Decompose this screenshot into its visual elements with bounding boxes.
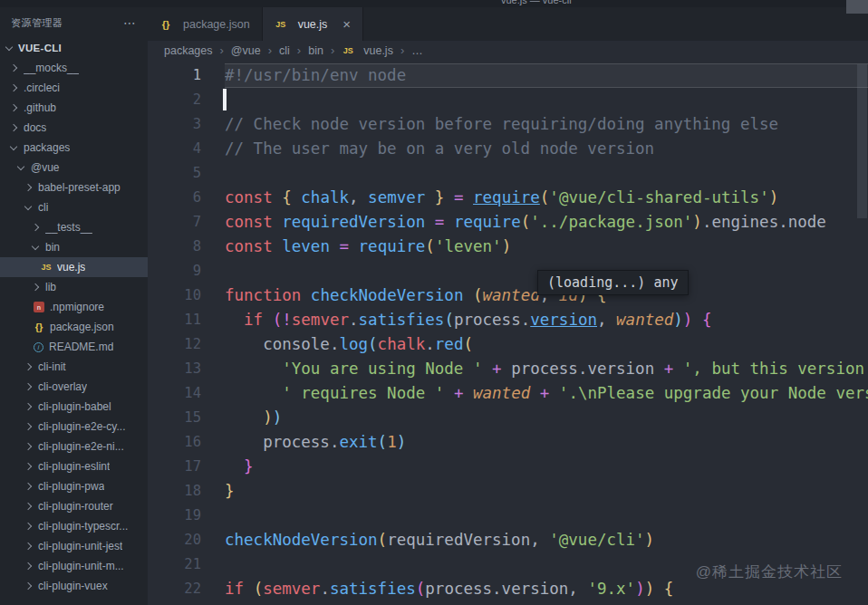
tab-bar: {}package.jsonJSvue.js× [148, 7, 868, 41]
tree-item-cli-plugin-typescr[interactable]: cli-plugin-typescr... [0, 516, 148, 536]
code-line-5[interactable]: 5 [148, 161, 868, 186]
code-line-3[interactable]: 3// Check node version before requiring/… [148, 112, 868, 137]
line-number[interactable]: 10 [148, 283, 225, 308]
window-control[interactable] [846, 0, 868, 14]
code-line-6[interactable]: 6const { chalk, semver } = require('@vue… [148, 186, 868, 210]
line-number[interactable]: 4 [148, 137, 225, 161]
code-text: #!/usr/bin/env node [225, 63, 868, 88]
close-icon[interactable]: × [342, 19, 351, 30]
line-number[interactable]: 15 [148, 406, 225, 430]
line-number[interactable]: 18 [148, 479, 225, 504]
more-actions-icon[interactable]: ⋯ [123, 18, 137, 27]
tree-item-packages[interactable]: packages [0, 138, 148, 158]
code-line-17[interactable]: 17 } [148, 455, 868, 479]
breadcrumb-item-vue-js[interactable]: JSvue.js [342, 44, 393, 57]
chevron-right-icon [24, 383, 32, 390]
line-number[interactable]: 12 [148, 332, 225, 357]
code-line-11[interactable]: 11 if (!semver.satisfies(process.version… [148, 308, 868, 332]
line-number[interactable]: 22 [148, 577, 225, 601]
code-line-19[interactable]: 19 [148, 504, 868, 528]
line-number[interactable]: 20 [148, 528, 225, 552]
line-number[interactable]: 17 [148, 455, 225, 479]
js-icon: JS [342, 46, 354, 55]
breadcrumb-separator: › [220, 43, 224, 57]
tree-item-lib[interactable]: lib [0, 277, 148, 297]
tab-vue-js[interactable]: JSvue.js× [263, 7, 363, 41]
line-number[interactable]: 11 [148, 308, 225, 332]
tree-item-bin[interactable]: bin [0, 237, 148, 257]
line-number[interactable]: 7 [148, 210, 225, 235]
tree-item-cli-plugin-e2e-ni[interactable]: cli-plugin-e2e-ni... [0, 437, 148, 456]
code-editor[interactable]: 1#!/usr/bin/env node23// Check node vers… [148, 61, 868, 605]
tree-item-cli-init[interactable]: cli-init [0, 357, 148, 377]
tree-item-label: .github [24, 101, 56, 114]
code-line-10[interactable]: 10function checkNodeVersion (wanted, id)… [148, 283, 868, 308]
breadcrumb-item-bin[interactable]: bin [308, 44, 323, 57]
window-title: vue.js — vue-cli [501, 0, 572, 5]
code-line-4[interactable]: 4// The user may be on a very old node v… [148, 137, 868, 161]
tree-item-cli-plugin-router[interactable]: cli-plugin-router [0, 496, 148, 516]
tree-item-cli-plugin-unit-jest[interactable]: cli-plugin-unit-jest [0, 536, 148, 556]
tree-item-tests[interactable]: __tests__ [0, 217, 148, 237]
code-line-18[interactable]: 18} [148, 479, 868, 504]
code-line-15[interactable]: 15 )) [148, 406, 868, 430]
line-number[interactable]: 6 [148, 186, 225, 210]
tree-item-cli-overlay[interactable]: cli-overlay [0, 377, 148, 397]
line-number[interactable]: 21 [148, 552, 225, 577]
tab-package-json[interactable]: {}package.json [148, 7, 263, 41]
breadcrumb-item-[interactable]: … [411, 44, 423, 57]
line-number[interactable]: 14 [148, 381, 225, 406]
chevron-right-icon [32, 224, 39, 231]
tree-item-babel-preset-app[interactable]: babel-preset-app [0, 178, 148, 197]
line-number[interactable]: 3 [148, 112, 225, 137]
code-line-13[interactable]: 13 'You are using Node ' + process.versi… [148, 357, 868, 381]
tree-item-cli-plugin-babel[interactable]: cli-plugin-babel [0, 397, 148, 417]
chevron-right-icon [24, 483, 32, 490]
tree-item-circleci[interactable]: .circleci [0, 78, 148, 98]
line-number[interactable]: 5 [148, 161, 225, 186]
line-number[interactable]: 19 [148, 504, 225, 528]
code-text: const { chalk, semver } = require('@vue/… [225, 186, 868, 210]
project-section-header[interactable]: VUE-CLI [0, 38, 148, 58]
tree-item-cli-plugin-e2e-cy[interactable]: cli-plugin-e2e-cy... [0, 417, 148, 437]
tree-item-docs[interactable]: docs [0, 118, 148, 138]
tree-item-cli[interactable]: cli [0, 197, 148, 217]
tree-item-cli-plugin-vuex[interactable]: cli-plugin-vuex [0, 576, 148, 596]
tree-item-cli-plugin-eslint[interactable]: cli-plugin-eslint [0, 456, 148, 476]
breadcrumb-item-packages[interactable]: packages [164, 44, 213, 57]
code-text: } [225, 455, 868, 479]
code-line-16[interactable]: 16 process.exit(1) [148, 430, 868, 455]
chevron-right-icon [24, 562, 32, 570]
code-line-1[interactable]: 1#!/usr/bin/env node [148, 63, 868, 88]
tree-item-cli-plugin-unit-m[interactable]: cli-plugin-unit-m... [0, 556, 148, 576]
code-line-20[interactable]: 20checkNodeVersion(requiredVersion, '@vu… [148, 528, 868, 552]
info-icon: i [34, 342, 43, 352]
tree-item-vue[interactable]: @vue [0, 158, 148, 178]
tree-item-cli-plugin-pwa[interactable]: cli-plugin-pwa [0, 476, 148, 496]
line-number[interactable]: 16 [148, 430, 225, 455]
line-number[interactable]: 2 [148, 88, 225, 112]
line-number[interactable]: 13 [148, 357, 225, 381]
code-line-9[interactable]: 9 [148, 259, 868, 283]
breadcrumb-item-cli[interactable]: cli [279, 44, 290, 57]
code-lines: 1#!/usr/bin/env node23// Check node vers… [148, 63, 868, 601]
breadcrumb-item-vue[interactable]: @vue [231, 44, 261, 57]
line-number[interactable]: 1 [148, 63, 225, 88]
tree-item-mocks[interactable]: __mocks__ [0, 58, 148, 78]
line-number[interactable]: 8 [148, 235, 225, 259]
tree-item-label: README.md [49, 341, 113, 353]
line-number[interactable]: 9 [148, 259, 225, 283]
tree-item-readme-md[interactable]: iREADME.md [0, 337, 148, 357]
scrollbar-thumb[interactable] [857, 64, 867, 218]
code-line-12[interactable]: 12 console.log(chalk.red( [148, 332, 868, 357]
tree-item-github[interactable]: .github [0, 98, 148, 118]
code-line-14[interactable]: 14 ' requires Node ' + wanted + '.\nPlea… [148, 381, 868, 406]
tree-item-npmignore[interactable]: n.npmignore [0, 297, 148, 317]
code-line-2[interactable]: 2 [148, 88, 868, 112]
window-title-bar: vue.js — vue-cli [0, 0, 868, 7]
code-line-8[interactable]: 8const leven = require('leven') [148, 235, 868, 259]
tree-item-package-json[interactable]: {}package.json [0, 317, 148, 337]
tree-item-label: packages [24, 141, 70, 154]
code-line-7[interactable]: 7const requiredVersion = require('../pac… [148, 210, 868, 235]
tree-item-vue-js[interactable]: JSvue.js [0, 257, 148, 277]
